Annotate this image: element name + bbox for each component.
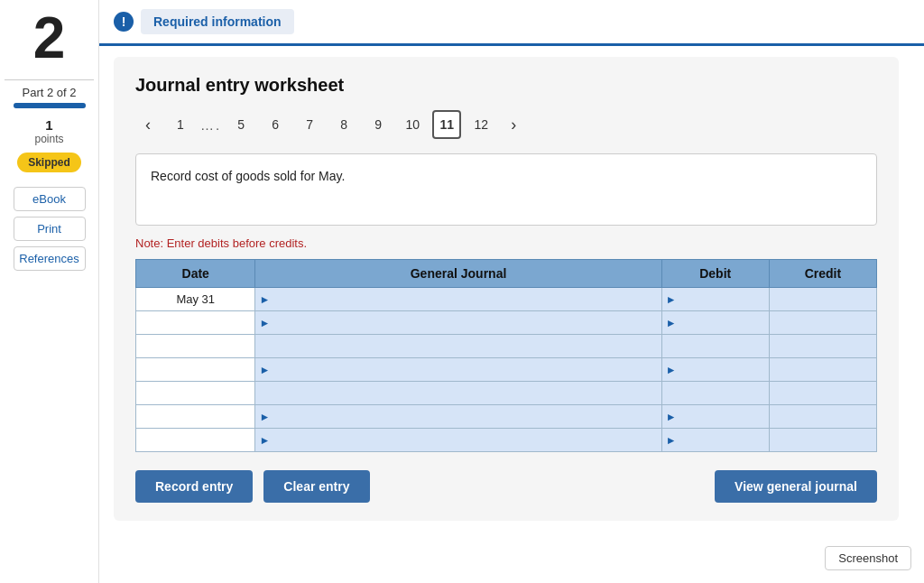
gj-input-5[interactable] xyxy=(255,382,661,404)
credit-input-6[interactable] xyxy=(770,405,876,428)
record-entry-button[interactable]: Record entry xyxy=(135,470,253,503)
page-5-button[interactable]: 5 xyxy=(226,110,255,139)
table-row: ► ► xyxy=(136,429,877,452)
ebook-button[interactable]: eBook xyxy=(14,187,86,211)
page-6-button[interactable]: 6 xyxy=(261,110,290,139)
description-text: Record cost of goods sold for May. xyxy=(151,169,345,183)
button-row: Record entry Clear entry View general jo… xyxy=(135,470,877,503)
debit-input-2[interactable] xyxy=(662,311,769,334)
debit-cell-1[interactable]: ► xyxy=(661,288,769,311)
debit-input-3[interactable] xyxy=(662,335,769,357)
clear-entry-button[interactable]: Clear entry xyxy=(263,470,369,503)
table-row: ► ► xyxy=(136,358,877,382)
view-general-journal-button[interactable]: View general journal xyxy=(715,470,877,503)
gj-cell-6[interactable]: ► xyxy=(255,405,661,429)
date-cell-7 xyxy=(136,429,255,452)
credit-cell-5[interactable] xyxy=(769,382,876,405)
page-8-button[interactable]: 8 xyxy=(329,110,358,139)
credit-cell-4[interactable] xyxy=(769,358,876,382)
credit-input-2[interactable] xyxy=(770,311,876,334)
prev-page-button[interactable]: ‹ xyxy=(135,112,161,137)
gj-input-6[interactable] xyxy=(255,405,661,428)
gj-input-3[interactable] xyxy=(255,335,661,357)
gj-cell-1[interactable]: ► xyxy=(255,288,661,311)
page-1-button[interactable]: 1 xyxy=(166,110,195,139)
references-button[interactable]: References xyxy=(14,246,86,271)
debit-cell-2[interactable]: ► xyxy=(661,311,769,335)
debit-input-1[interactable] xyxy=(662,288,769,310)
credit-cell-1[interactable] xyxy=(769,288,876,311)
debit-cell-6[interactable]: ► xyxy=(661,405,769,429)
debit-input-7[interactable] xyxy=(662,429,769,451)
gj-cell-3[interactable] xyxy=(255,335,661,358)
gj-cell-4[interactable]: ► xyxy=(255,358,661,382)
indent-arrow-6: ► xyxy=(259,411,270,423)
part-label: Part 2 of 2 xyxy=(23,86,77,99)
credit-cell-2[interactable] xyxy=(769,311,876,335)
table-row: ► ► xyxy=(136,311,877,335)
debit-arrow-7: ► xyxy=(666,434,677,447)
gj-input-7[interactable] xyxy=(255,429,661,451)
indent-arrow-1: ► xyxy=(259,293,270,306)
page-12-button[interactable]: 12 xyxy=(467,110,495,139)
points-value: 1 xyxy=(45,117,52,133)
sidebar: 2 Part 2 of 2 1 points Skipped eBook Pri… xyxy=(0,0,99,583)
credit-input-4[interactable] xyxy=(770,358,876,381)
debit-arrow-4: ► xyxy=(666,364,677,376)
progress-bar-fill xyxy=(14,103,86,108)
date-cell-6 xyxy=(136,405,255,429)
gj-input-1[interactable] xyxy=(255,288,661,310)
gj-input-4[interactable] xyxy=(255,358,661,381)
date-cell-1: May 31 xyxy=(136,288,255,311)
debit-cell-7[interactable]: ► xyxy=(661,429,769,452)
indent-arrow-2: ► xyxy=(259,317,270,329)
page-7-button[interactable]: 7 xyxy=(295,110,324,139)
page-11-button[interactable]: 11 xyxy=(432,110,461,139)
credit-input-1[interactable] xyxy=(770,288,876,310)
table-row xyxy=(136,382,877,405)
divider xyxy=(5,79,93,80)
credit-input-3[interactable] xyxy=(770,335,876,357)
step-number: 2 xyxy=(33,9,66,67)
debit-cell-3[interactable] xyxy=(661,335,769,358)
debit-input-4[interactable] xyxy=(662,358,769,381)
worksheet-title: Journal entry worksheet xyxy=(135,75,877,96)
date-cell-2 xyxy=(136,311,255,335)
date-cell-3 xyxy=(136,335,255,358)
gj-input-2[interactable] xyxy=(255,311,661,334)
pagination: ‹ 1 …. 5 6 7 8 9 10 11 12 › xyxy=(135,110,877,139)
top-bar: ! Required information xyxy=(99,0,924,46)
debit-cell-4[interactable]: ► xyxy=(661,358,769,382)
date-header: Date xyxy=(136,260,255,288)
note-text: Note: Enter debits before credits. xyxy=(135,236,877,250)
credit-input-5[interactable] xyxy=(770,382,876,404)
skipped-badge: Skipped xyxy=(17,153,81,172)
debit-cell-5[interactable] xyxy=(661,382,769,405)
debit-input-5[interactable] xyxy=(662,382,769,404)
gj-cell-5[interactable] xyxy=(255,382,661,405)
table-row xyxy=(136,335,877,358)
page-9-button[interactable]: 9 xyxy=(364,110,393,139)
gj-cell-7[interactable]: ► xyxy=(255,429,661,452)
general-journal-header: General Journal xyxy=(255,260,661,288)
debit-arrow-6: ► xyxy=(666,411,677,423)
credit-cell-6[interactable] xyxy=(769,405,876,429)
credit-cell-7[interactable] xyxy=(769,429,876,452)
gj-cell-2[interactable]: ► xyxy=(255,311,661,335)
worksheet-card: Journal entry worksheet ‹ 1 …. 5 6 7 8 9… xyxy=(114,57,899,521)
journal-table: Date General Journal Debit Credit May 31… xyxy=(135,259,877,452)
screenshot-button[interactable]: Screenshot xyxy=(825,546,911,570)
credit-input-7[interactable] xyxy=(770,429,876,451)
content-area: Journal entry worksheet ‹ 1 …. 5 6 7 8 9… xyxy=(99,46,924,583)
next-page-button[interactable]: › xyxy=(501,112,526,137)
credit-cell-3[interactable] xyxy=(769,335,876,358)
debit-input-6[interactable] xyxy=(662,405,769,428)
description-box: Record cost of goods sold for May. xyxy=(135,153,877,226)
page-10-button[interactable]: 10 xyxy=(398,110,427,139)
credit-header: Credit xyxy=(769,260,876,288)
points-label: points xyxy=(34,133,63,145)
print-button[interactable]: Print xyxy=(14,217,86,241)
table-row: May 31 ► ► xyxy=(136,288,877,311)
progress-bar xyxy=(14,103,86,108)
required-information-button[interactable]: Required information xyxy=(141,9,294,34)
